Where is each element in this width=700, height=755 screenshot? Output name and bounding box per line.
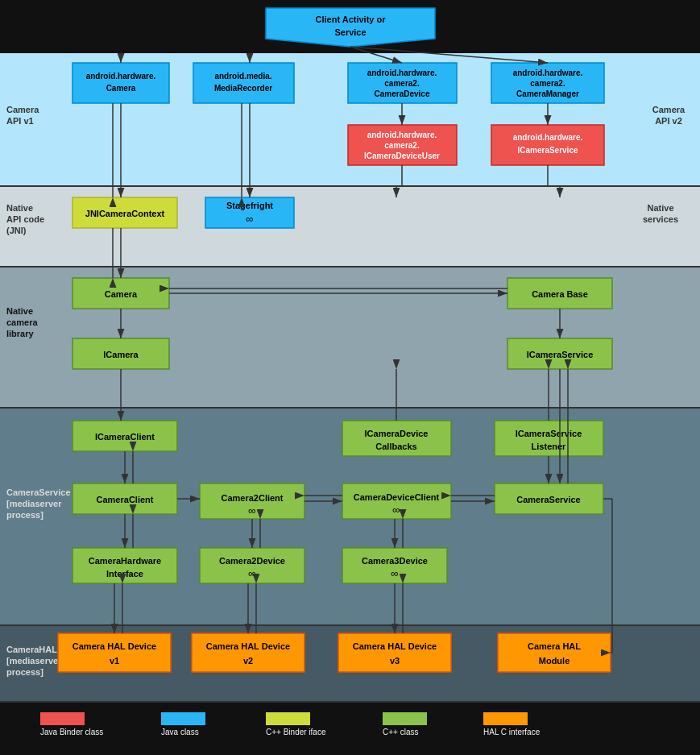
svg-text:CameraHardware: CameraHardware bbox=[89, 556, 162, 566]
native-api-label: Native bbox=[6, 203, 33, 213]
svg-text:Camera: Camera bbox=[105, 289, 138, 299]
svg-text:Interface: Interface bbox=[106, 569, 143, 579]
camera-hal-device-v2-box bbox=[192, 633, 304, 672]
svg-rect-129 bbox=[483, 712, 528, 725]
svg-text:ICameraDevice: ICameraDevice bbox=[365, 429, 429, 438]
svg-text:Camera HAL Device: Camera HAL Device bbox=[72, 641, 156, 651]
svg-text:API v2: API v2 bbox=[655, 116, 682, 126]
svg-text:ICamera: ICamera bbox=[103, 350, 139, 359]
legend-java-binder-label: Java Binder class bbox=[40, 728, 103, 736]
svg-text:android.hardware.: android.hardware. bbox=[367, 68, 437, 77]
svg-rect-127 bbox=[266, 712, 310, 725]
svg-text:∞: ∞ bbox=[392, 504, 400, 516]
svg-text:Camera HAL Device: Camera HAL Device bbox=[206, 641, 290, 651]
svg-text:ICameraService: ICameraService bbox=[517, 146, 578, 155]
svg-text:CameraManager: CameraManager bbox=[516, 89, 579, 98]
svg-text:Camera2Device: Camera2Device bbox=[219, 556, 285, 566]
svg-text:android.hardware.: android.hardware. bbox=[513, 133, 583, 142]
diagram-container: Client Activity or Service Camera API v1… bbox=[0, 0, 700, 755]
svg-text:process]: process] bbox=[6, 510, 43, 520]
svg-text:(JNI): (JNI) bbox=[6, 226, 27, 235]
svg-text:Camera2Client: Camera2Client bbox=[221, 493, 283, 503]
svg-text:[mediaserver: [mediaserver bbox=[6, 499, 62, 508]
svg-text:android.media.: android.media. bbox=[214, 72, 271, 81]
svg-text:Camera HAL Device: Camera HAL Device bbox=[353, 641, 437, 651]
android-media-mediarecorder-box bbox=[193, 63, 294, 103]
svg-text:∞: ∞ bbox=[391, 567, 398, 579]
camera-service-label: CameraService bbox=[6, 487, 71, 497]
svg-text:camera: camera bbox=[6, 317, 38, 327]
camera-api-v1-label: Camera bbox=[6, 105, 39, 114]
legend-cpp-binder-label: C++ Binder iface bbox=[266, 728, 326, 736]
svg-text:camera2.: camera2. bbox=[384, 141, 420, 150]
svg-rect-126 bbox=[161, 712, 205, 725]
native-camera-library-label: Native bbox=[6, 306, 33, 316]
svg-text:camera2.: camera2. bbox=[384, 79, 420, 88]
android-hardware-icameraservice-box bbox=[491, 125, 604, 165]
svg-text:API v1: API v1 bbox=[6, 116, 34, 126]
svg-text:[mediaserver: [mediaserver bbox=[6, 656, 62, 666]
svg-text:services: services bbox=[643, 214, 678, 224]
android-hardware-camera-box bbox=[72, 63, 169, 103]
svg-text:∞: ∞ bbox=[248, 504, 255, 516]
legend-java-class-label: Java class bbox=[161, 728, 199, 736]
svg-text:camera2.: camera2. bbox=[530, 79, 565, 88]
svg-text:Camera: Camera bbox=[106, 84, 136, 93]
svg-text:Camera Base: Camera Base bbox=[532, 289, 588, 299]
svg-text:API code: API code bbox=[6, 214, 44, 224]
svg-text:MediaRecorder: MediaRecorder bbox=[214, 84, 272, 93]
svg-rect-0 bbox=[0, 0, 700, 6]
svg-text:Camera HAL: Camera HAL bbox=[528, 641, 581, 651]
svg-text:JNICameraContext: JNICameraContext bbox=[85, 209, 165, 218]
svg-text:ICameraService: ICameraService bbox=[516, 429, 582, 438]
svg-text:Listener: Listener bbox=[532, 442, 567, 451]
svg-text:Camera3Device: Camera3Device bbox=[362, 556, 428, 566]
svg-text:CameraService: CameraService bbox=[516, 495, 581, 504]
svg-text:v3: v3 bbox=[390, 656, 400, 666]
svg-text:ICameraService: ICameraService bbox=[527, 350, 594, 359]
svg-text:v1: v1 bbox=[110, 656, 119, 666]
svg-rect-7 bbox=[0, 702, 700, 755]
native-services-label: Native bbox=[647, 203, 673, 213]
svg-text:∞: ∞ bbox=[248, 567, 255, 579]
camera-hal-module-box bbox=[498, 633, 611, 672]
client-box-text: Client Activity or bbox=[316, 15, 387, 24]
svg-text:CameraDeviceClient: CameraDeviceClient bbox=[354, 492, 440, 502]
svg-text:v2: v2 bbox=[243, 656, 253, 666]
camera-hal-device-v1-box bbox=[58, 633, 171, 672]
svg-text:CameraClient: CameraClient bbox=[97, 495, 154, 504]
svg-text:library: library bbox=[6, 329, 35, 338]
architecture-diagram: Client Activity or Service Camera API v1… bbox=[0, 0, 700, 755]
svg-text:android.hardware.: android.hardware. bbox=[513, 68, 583, 77]
client-box-subtext: Service bbox=[334, 27, 366, 37]
svg-text:Stagefright: Stagefright bbox=[226, 201, 273, 210]
svg-text:∞: ∞ bbox=[246, 213, 253, 225]
legend-hal-c-label: HAL C interface bbox=[483, 728, 541, 736]
camera-api-v2-label: Camera bbox=[652, 105, 686, 114]
svg-rect-125 bbox=[40, 712, 85, 725]
svg-rect-128 bbox=[383, 712, 427, 725]
camera-hal-device-v3-box bbox=[338, 633, 451, 672]
svg-text:ICameraClient: ICameraClient bbox=[95, 432, 155, 442]
legend-cpp-class-label: C++ class bbox=[383, 728, 418, 736]
svg-text:process]: process] bbox=[6, 667, 43, 677]
camera-hal-label: CameraHAL bbox=[6, 645, 57, 654]
svg-text:android.hardware.: android.hardware. bbox=[367, 131, 437, 139]
svg-text:Callbacks: Callbacks bbox=[375, 442, 416, 451]
svg-text:Module: Module bbox=[539, 656, 570, 666]
svg-text:android.hardware.: android.hardware. bbox=[86, 72, 156, 81]
svg-text:CameraDevice: CameraDevice bbox=[375, 89, 430, 98]
svg-text:ICameraDeviceUser: ICameraDeviceUser bbox=[364, 151, 440, 160]
